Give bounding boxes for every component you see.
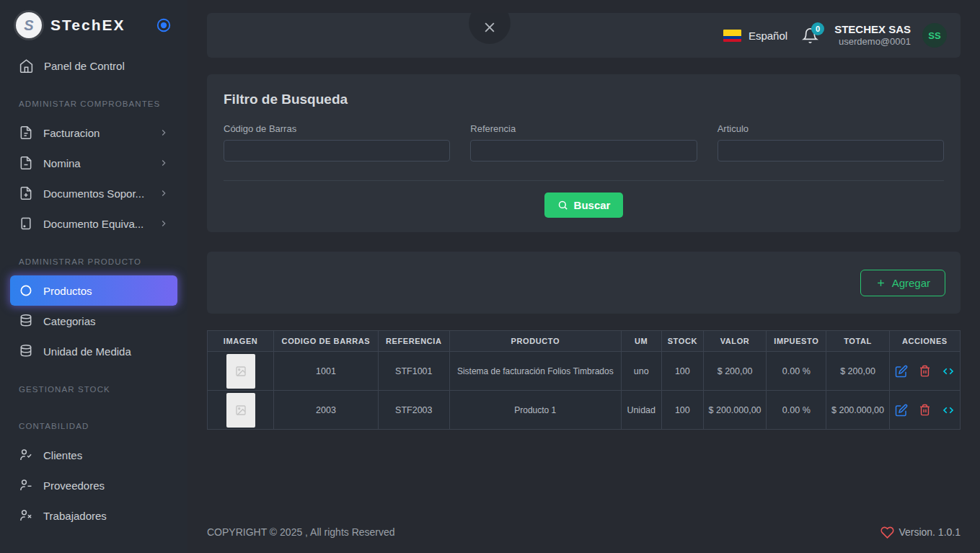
sidebar: S STechEX Panel de Control ADMINISTAR CO…	[0, 0, 187, 553]
user-handle: userdemo@0001	[834, 36, 911, 48]
field-label: Código de Barras	[224, 123, 450, 134]
table-toolbar: Agregar	[207, 252, 961, 314]
col-imagen: IMAGEN	[208, 331, 274, 352]
sidebar-item-facturacion[interactable]: Facturacion	[0, 118, 187, 148]
main-content: Español 0 STECHEX SAS userdemo@0001 SS F…	[187, 0, 980, 553]
language-label: Español	[749, 30, 787, 42]
table-row: 2003 STF2003 Producto 1 Unidad 100 $ 200…	[208, 391, 961, 430]
chevron-right-icon	[159, 158, 169, 168]
company-name: STECHEX SAS	[834, 23, 911, 37]
table-row: 1001 STF1001 Sistema de facturación Foli…	[208, 352, 961, 391]
sidebar-item-label: Trabajadores	[43, 510, 107, 522]
version-text: Version. 1.0.1	[899, 526, 961, 538]
filter-fields: Código de Barras Referencia Articulo	[224, 123, 944, 162]
cell-um: Unidad	[621, 391, 661, 430]
brand-name: STechEX	[50, 17, 147, 34]
col-um: UM	[621, 331, 661, 352]
code-icon[interactable]	[942, 404, 955, 417]
chevron-right-icon	[159, 128, 169, 138]
sidebar-section-title: CONTABILIDAD	[0, 403, 187, 440]
footer: COPYRIGHT © 2025 , All rights Reserved V…	[207, 511, 961, 553]
sidebar-section-title: GESTIONAR STOCK	[0, 366, 187, 403]
database-icon	[19, 314, 33, 328]
cell-total: $ 200,00	[826, 352, 889, 391]
user-check-icon	[19, 448, 33, 462]
notifications-button[interactable]: 0	[802, 27, 818, 44]
file-dot-icon	[19, 216, 33, 231]
code-icon[interactable]	[942, 365, 955, 378]
cell-valor: $ 200.000,00	[703, 391, 766, 430]
col-codigo-de-barras: CODIGO DE BARRAS	[274, 331, 378, 352]
sidebar-item-label: Productos	[43, 285, 92, 297]
sidebar-item-label: Documento Equiva...	[43, 218, 144, 230]
sidebar-toggle-icon[interactable]	[156, 17, 172, 33]
brand: S STechEX	[0, 0, 187, 50]
articulo-input[interactable]	[718, 140, 944, 162]
circle-icon	[19, 283, 33, 298]
cell-impuesto: 0.00 %	[767, 352, 826, 391]
edit-icon[interactable]	[895, 404, 908, 417]
user-info: STECHEX SAS userdemo@0001	[834, 23, 911, 48]
close-button[interactable]	[469, 13, 511, 44]
cell-referencia: STF1001	[378, 352, 449, 391]
cell-impuesto: 0.00 %	[767, 391, 826, 430]
sidebar-item-label: Documentos Sopor...	[43, 187, 144, 200]
sidebar-item-unidad-de-medida[interactable]: Unidad de Medida	[0, 336, 187, 366]
codigo-de-barras-input[interactable]	[224, 140, 450, 162]
colombia-flag-icon	[723, 30, 741, 42]
col-acciones: ACCIONES	[889, 331, 960, 352]
cell-producto: Sistema de facturación Folios Timbrados	[449, 352, 621, 391]
cell-acciones	[889, 352, 960, 391]
user-x-icon	[19, 508, 33, 523]
avatar[interactable]: SS	[922, 23, 947, 48]
sidebar-item-categorias[interactable]: Categorias	[0, 306, 187, 336]
col-stock: STOCK	[661, 331, 703, 352]
filter-panel: Filtro de Busqueda Código de Barras Refe…	[207, 74, 961, 232]
notification-count-badge: 0	[811, 22, 824, 35]
trash-icon[interactable]	[919, 404, 931, 416]
cell-imagen	[208, 391, 274, 430]
sidebar-item-label: Categorias	[43, 315, 96, 327]
plus-icon	[875, 278, 886, 288]
sidebar-item-label: Clientes	[43, 449, 82, 461]
file-minus-icon	[19, 156, 33, 170]
trash-icon[interactable]	[919, 365, 931, 377]
sidebar-item-documento-equivalente[interactable]: Documento Equiva...	[0, 208, 187, 239]
buscar-button[interactable]: Buscar	[544, 193, 624, 218]
col-total: TOTAL	[826, 331, 889, 352]
database-icon	[19, 344, 33, 358]
topbar: Español 0 STECHEX SAS userdemo@0001 SS	[207, 13, 961, 58]
cell-codigo-de-barras: 2003	[274, 391, 378, 430]
cell-codigo-de-barras: 1001	[274, 352, 378, 391]
sidebar-item-proveedores[interactable]: Proveedores	[0, 470, 187, 500]
sidebar-item-clientes[interactable]: Clientes	[0, 440, 187, 470]
version-info: Version. 1.0.1	[880, 526, 961, 539]
chevron-right-icon	[159, 188, 169, 198]
cell-stock: 100	[661, 352, 703, 391]
cell-stock: 100	[661, 391, 703, 430]
referencia-input[interactable]	[470, 140, 697, 162]
image-placeholder-icon	[226, 354, 255, 389]
field-codigo-de-barras: Código de Barras	[224, 123, 450, 162]
sidebar-item-trabajadores[interactable]: Trabajadores	[0, 500, 187, 531]
filter-title: Filtro de Busqueda	[224, 92, 944, 107]
sidebar-item-documentos-soporte[interactable]: Documentos Sopor...	[0, 178, 187, 208]
language-selector[interactable]: Español	[723, 30, 787, 42]
field-referencia: Referencia	[470, 123, 697, 162]
copyright-text: COPYRIGHT © 2025 , All rights Reserved	[207, 526, 395, 538]
agregar-button-label: Agregar	[892, 277, 930, 289]
col-valor: VALOR	[703, 331, 766, 352]
sidebar-section-title: ADMINISTAR COMPROBANTES	[0, 81, 187, 118]
sidebar-section-title: ADMINISTRAR PRODUCTO	[0, 239, 187, 275]
file-plus-icon	[19, 186, 33, 200]
field-articulo: Articulo	[718, 123, 944, 162]
sidebar-item-label: Unidad de Medida	[43, 345, 131, 358]
agregar-button[interactable]: Agregar	[860, 270, 945, 296]
sidebar-item-panel-de-control[interactable]: Panel de Control	[0, 50, 187, 81]
col-impuesto: IMPUESTO	[767, 331, 826, 352]
col-producto: PRODUCTO	[449, 331, 621, 352]
edit-icon[interactable]	[895, 365, 908, 378]
cell-um: uno	[621, 352, 661, 391]
sidebar-item-productos[interactable]: Productos	[10, 275, 177, 306]
sidebar-item-nomina[interactable]: Nomina	[0, 148, 187, 178]
